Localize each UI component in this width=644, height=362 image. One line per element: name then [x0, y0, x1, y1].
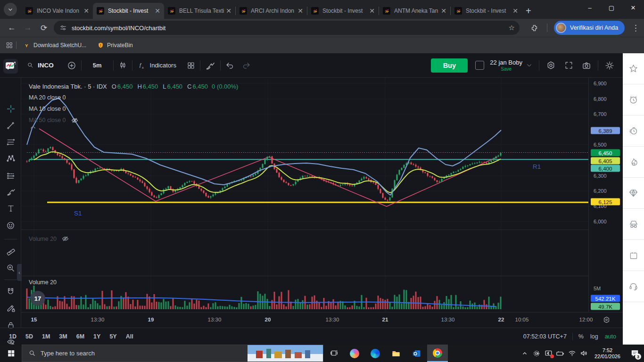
meet-now-icon[interactable] [531, 345, 543, 362]
indicators-button[interactable]: ƒx Indicators [137, 61, 176, 70]
stockbit-logo[interactable] [3, 59, 18, 74]
calendar-icon[interactable] [623, 240, 644, 271]
address-bar[interactable]: stockbit.com/symbol/INCO/chartbit ☆ [54, 21, 520, 35]
eye-off-icon[interactable] [71, 116, 79, 124]
layout-checkbox[interactable] [475, 61, 484, 70]
timeframe-3m-button[interactable]: 3M [59, 333, 67, 340]
brush-check-icon[interactable] [205, 60, 215, 71]
countdown-timer-icon[interactable] [623, 115, 644, 147]
edge-icon[interactable] [365, 345, 386, 362]
compare-plus-icon[interactable] [67, 61, 76, 70]
site-info-tune-icon[interactable] [59, 24, 67, 32]
notification-center-icon[interactable]: 3 [625, 345, 644, 362]
snapshot-camera-icon[interactable] [582, 61, 591, 70]
extensions-puzzle-icon[interactable] [526, 20, 542, 36]
tab-close-icon[interactable]: ✕ [83, 7, 89, 15]
save-label[interactable]: Save [490, 66, 522, 72]
ideas-diamond-icon[interactable] [623, 178, 644, 209]
emoji-icon[interactable] [0, 218, 21, 232]
wireless-display-icon[interactable] [543, 345, 554, 362]
window-maximize-button[interactable]: ▢ [601, 0, 622, 15]
s1-label[interactable]: S1 [74, 210, 82, 217]
forecast-icon[interactable] [0, 168, 21, 182]
tray-clock[interactable]: 7:52 22/01/2026 [594, 347, 620, 360]
tab-close-icon[interactable]: ✕ [155, 7, 160, 15]
percent-scale-button[interactable]: % [578, 333, 584, 340]
candle-style-icon[interactable] [118, 61, 127, 70]
time-axis-gear-icon[interactable] [603, 316, 611, 324]
xabcd-pattern-icon[interactable] [0, 151, 21, 165]
fib-lines-icon[interactable] [0, 135, 21, 149]
chevron-down-icon[interactable] [526, 62, 532, 68]
tab-close-icon[interactable]: ✕ [226, 7, 231, 15]
tray-chevron-up-icon[interactable] [519, 345, 531, 362]
price-scale[interactable]: 6,9006,8006,7006,5006,3006,2006,1006,000… [588, 78, 623, 312]
bookmark-item[interactable]: YDownload SketchU... [23, 41, 86, 49]
speaker-icon[interactable] [578, 345, 590, 362]
timeframe-5d-button[interactable]: 5D [25, 333, 33, 340]
verify-identity-button[interactable]: Verifikasi diri Anda [554, 21, 625, 35]
copilot-icon[interactable] [344, 345, 365, 362]
timeframe-6m-button[interactable]: 6M [76, 333, 84, 340]
layout-name-menu[interactable]: 22 jan Boby Save [490, 59, 522, 72]
browser-tab[interactable]: BELL Trisula Texti✕ [164, 3, 235, 19]
undo-icon[interactable] [225, 61, 234, 70]
volume-pane-label[interactable]: Volume 20 [29, 279, 57, 286]
browser-tab[interactable]: ANTM Aneka Tan✕ [379, 3, 450, 19]
new-tab-button[interactable]: + [526, 6, 531, 16]
brush-icon[interactable] [0, 185, 21, 199]
tab-close-icon[interactable]: ✕ [512, 7, 518, 15]
trend-line-icon[interactable] [0, 118, 21, 132]
incognito-spy-icon[interactable] [623, 209, 644, 240]
tab-close-icon[interactable]: ✕ [297, 7, 303, 15]
taskbar-search-box[interactable]: Type here to search [22, 345, 323, 362]
ruler-icon[interactable] [0, 244, 21, 258]
interval-button[interactable]: 5m [86, 62, 108, 69]
browser-menu-dots-icon[interactable]: ⋮ [627, 20, 644, 36]
reload-button[interactable]: ⟳ [36, 20, 52, 36]
drawing-pencil-lock-icon[interactable] [0, 301, 21, 315]
hotlist-flame-icon[interactable] [623, 147, 644, 178]
pane-divider[interactable] [21, 230, 588, 230]
timeframe-all-button[interactable]: All [126, 333, 133, 340]
timeframe-1m-button[interactable]: 1M [42, 333, 50, 340]
browser-tab[interactable]: INCO Vale Indon✕ [22, 3, 93, 19]
task-view-icon[interactable] [323, 345, 344, 362]
window-close-button[interactable]: ✕ [622, 0, 644, 15]
weather-widget-image[interactable] [248, 345, 323, 362]
auto-scale-button[interactable]: auto [605, 333, 616, 340]
text-tool-icon[interactable] [0, 201, 21, 215]
alarm-clock-icon[interactable] [623, 84, 644, 115]
legend-collapse-chevron[interactable] [30, 125, 36, 130]
chrome-icon[interactable] [427, 345, 448, 362]
start-button[interactable] [0, 345, 22, 362]
timeframe-1d-button[interactable]: 1D [9, 333, 17, 340]
log-scale-button[interactable]: log [590, 333, 598, 340]
browser-tab[interactable]: Stockbit - Invest✕ [451, 3, 522, 19]
magnet-icon[interactable] [0, 284, 21, 298]
buy-button[interactable]: Buy [431, 58, 468, 73]
legend-ma50-hidden[interactable]: MA 50 close 0 [29, 115, 238, 126]
url-text[interactable]: stockbit.com/symbol/INCO/chartbit [72, 25, 165, 32]
apps-grid-icon[interactable] [6, 41, 13, 49]
browser-tab[interactable]: Stockbit - Invest✕ [93, 3, 164, 19]
eye-off-icon[interactable] [61, 235, 69, 243]
timeframe-5y-button[interactable]: 5Y [109, 333, 116, 340]
chart-settings-gear-icon[interactable] [546, 60, 556, 70]
battery-icon[interactable] [554, 345, 566, 362]
time-axis[interactable]: 1513:301913:302013:302113:302210:0512:00 [21, 312, 623, 328]
bookmark-item[interactable]: PrivateBin [97, 41, 133, 49]
bookmark-star-icon[interactable]: ☆ [509, 24, 515, 32]
browser-tab[interactable]: ARCI Archi Indon✕ [236, 3, 307, 19]
forward-button[interactable]: → [20, 20, 36, 36]
timeframe-1y-button[interactable]: 1Y [93, 333, 100, 340]
support-headset-icon[interactable] [623, 271, 644, 302]
templates-grid-icon[interactable] [187, 61, 195, 70]
fullscreen-icon[interactable] [564, 61, 573, 70]
chart-area[interactable]: S1R117 Vale Indonesia Tbk. · 5 · IDX O6,… [21, 78, 588, 312]
tab-close-icon[interactable]: ✕ [369, 7, 375, 15]
outlook-icon[interactable] [406, 345, 427, 362]
tab-search-chevron-icon[interactable] [4, 3, 17, 16]
legend-title-row[interactable]: Vale Indonesia Tbk. · 5 · IDX O6,450 H6,… [29, 81, 238, 92]
theme-sun-icon[interactable] [605, 61, 614, 70]
